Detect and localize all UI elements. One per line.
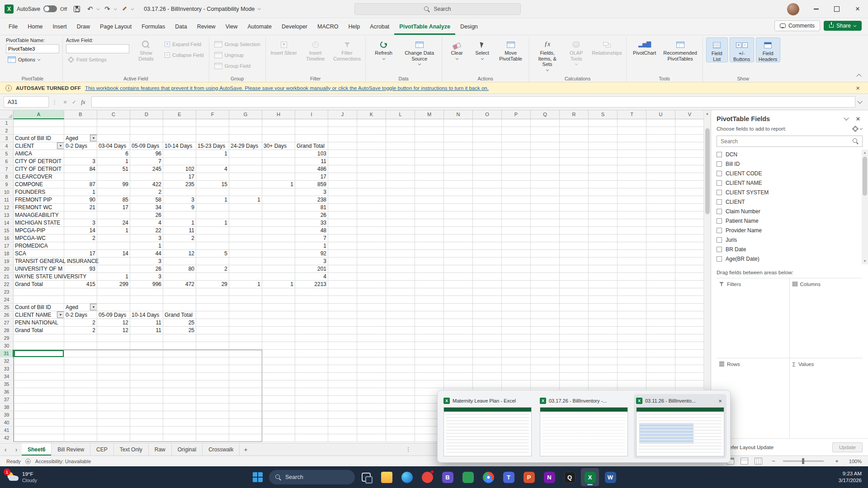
- cell-O8[interactable]: [473, 173, 502, 181]
- cell-A37[interactable]: [14, 396, 64, 404]
- cell-S15[interactable]: [589, 227, 618, 235]
- cell-C20[interactable]: [97, 265, 130, 273]
- cell-T28[interactable]: [618, 327, 646, 334]
- formula-bar-handle[interactable]: [52, 99, 57, 105]
- cell-S25[interactable]: [589, 304, 618, 311]
- row-header-29[interactable]: 29: [0, 334, 14, 342]
- cell-S16[interactable]: [589, 235, 618, 242]
- cell-P16[interactable]: [502, 235, 531, 242]
- cell-C28[interactable]: 12: [97, 327, 130, 334]
- cell-N17[interactable]: [444, 242, 473, 250]
- cell-E34[interactable]: [163, 373, 196, 380]
- cell-K7[interactable]: [357, 165, 386, 173]
- cell-A23[interactable]: [14, 288, 64, 296]
- cell-J31[interactable]: [328, 350, 357, 357]
- cell-E10[interactable]: [163, 188, 196, 196]
- cell-F3[interactable]: [196, 135, 229, 142]
- cell-J1[interactable]: [328, 119, 357, 127]
- menu-tab-help[interactable]: Help: [344, 18, 365, 35]
- cell-P32[interactable]: [502, 357, 531, 365]
- recommended-pivottables-button[interactable]: Recommended PivotTables: [661, 38, 699, 61]
- cell-M35[interactable]: [415, 380, 444, 388]
- cell-U10[interactable]: [646, 188, 675, 196]
- field-item-br-date[interactable]: BR Date: [717, 244, 861, 254]
- cell-O18[interactable]: [473, 250, 502, 258]
- cell-D8[interactable]: [130, 173, 163, 181]
- cell-S20[interactable]: [589, 265, 618, 273]
- cell-V25[interactable]: [675, 304, 703, 311]
- cell-F20[interactable]: 2: [196, 265, 229, 273]
- cell-L11[interactable]: [386, 196, 415, 204]
- cell-U1[interactable]: [646, 119, 675, 127]
- field-settings-button[interactable]: Field Settings: [66, 55, 129, 64]
- cell-K20[interactable]: [357, 265, 386, 273]
- cell-H16[interactable]: [262, 235, 295, 242]
- cell-L33[interactable]: [386, 365, 415, 373]
- insert-slicer-button[interactable]: Insert Slicer: [269, 38, 299, 56]
- cell-F30[interactable]: [196, 342, 229, 350]
- cell-G22[interactable]: 1: [229, 281, 262, 288]
- cell-V6[interactable]: [675, 158, 703, 165]
- cell-L36[interactable]: [386, 388, 415, 396]
- cell-L16[interactable]: [386, 235, 415, 242]
- col-header-A[interactable]: A: [14, 110, 64, 119]
- cell-J36[interactable]: [328, 388, 357, 396]
- cell-V9[interactable]: [675, 181, 703, 188]
- cell-K12[interactable]: [357, 204, 386, 211]
- cell-A40[interactable]: [14, 419, 64, 427]
- cell-P3[interactable]: [502, 135, 531, 142]
- cell-V24[interactable]: [675, 296, 703, 304]
- cell-Q30[interactable]: [531, 342, 560, 350]
- cell-S35[interactable]: [589, 380, 618, 388]
- cell-V8[interactable]: [675, 173, 703, 181]
- cell-H42[interactable]: [262, 434, 295, 442]
- cell-P21[interactable]: [502, 273, 531, 281]
- cell-N1[interactable]: [444, 119, 473, 127]
- row-header-15[interactable]: 15: [0, 227, 14, 235]
- cell-R9[interactable]: [560, 181, 589, 188]
- field-checkbox[interactable]: [717, 171, 722, 176]
- cell-A12[interactable]: FREMONT WC: [14, 204, 64, 211]
- show-details-button[interactable]: Show Details: [131, 38, 161, 61]
- taskbar-icon-camera-app[interactable]: [459, 468, 477, 486]
- cell-Q32[interactable]: [531, 357, 560, 365]
- cell-F12[interactable]: [196, 204, 229, 211]
- cell-Q14[interactable]: [531, 219, 560, 227]
- row-header-33[interactable]: 33: [0, 365, 14, 373]
- cell-G4[interactable]: 24-29 Days: [229, 142, 262, 150]
- cell-J15[interactable]: [328, 227, 357, 235]
- cell-M7[interactable]: [415, 165, 444, 173]
- share-button[interactable]: Share: [824, 21, 862, 31]
- cell-F36[interactable]: [196, 388, 229, 396]
- cell-S4[interactable]: [589, 142, 618, 150]
- row-header-12[interactable]: 12: [0, 204, 14, 211]
- cell-U4[interactable]: [646, 142, 675, 150]
- cell-S21[interactable]: [589, 273, 618, 281]
- cell-M5[interactable]: [415, 150, 444, 158]
- col-header-R[interactable]: R: [560, 110, 589, 119]
- cell-T4[interactable]: [618, 142, 646, 150]
- cell-G24[interactable]: [229, 296, 262, 304]
- cell-G6[interactable]: [229, 158, 262, 165]
- cell-S5[interactable]: [589, 150, 618, 158]
- cell-F6[interactable]: [196, 158, 229, 165]
- menu-tab-formulas[interactable]: Formulas: [137, 18, 170, 35]
- cell-E18[interactable]: 12: [163, 250, 196, 258]
- cell-I37[interactable]: [295, 396, 328, 404]
- taskbar-icon-app-blue[interactable]: T: [500, 468, 518, 486]
- cell-J7[interactable]: [328, 165, 357, 173]
- cell-B2[interactable]: [64, 127, 97, 135]
- cell-T3[interactable]: [618, 135, 646, 142]
- cell-E31[interactable]: [163, 350, 196, 357]
- field-item-bill-id[interactable]: Bill ID: [717, 159, 861, 169]
- row-header-21[interactable]: 21: [0, 273, 14, 281]
- cell-B36[interactable]: [64, 388, 97, 396]
- cell-J19[interactable]: [328, 258, 357, 265]
- accessibility-status[interactable]: Accessibility: Unavailable: [35, 459, 91, 464]
- cell-M6[interactable]: [415, 158, 444, 165]
- cell-T34[interactable]: [618, 373, 646, 380]
- cell-V18[interactable]: [675, 250, 703, 258]
- cell-S27[interactable]: [589, 319, 618, 327]
- filter-connections-button[interactable]: Filter Connections: [332, 38, 362, 61]
- cell-D37[interactable]: [130, 396, 163, 404]
